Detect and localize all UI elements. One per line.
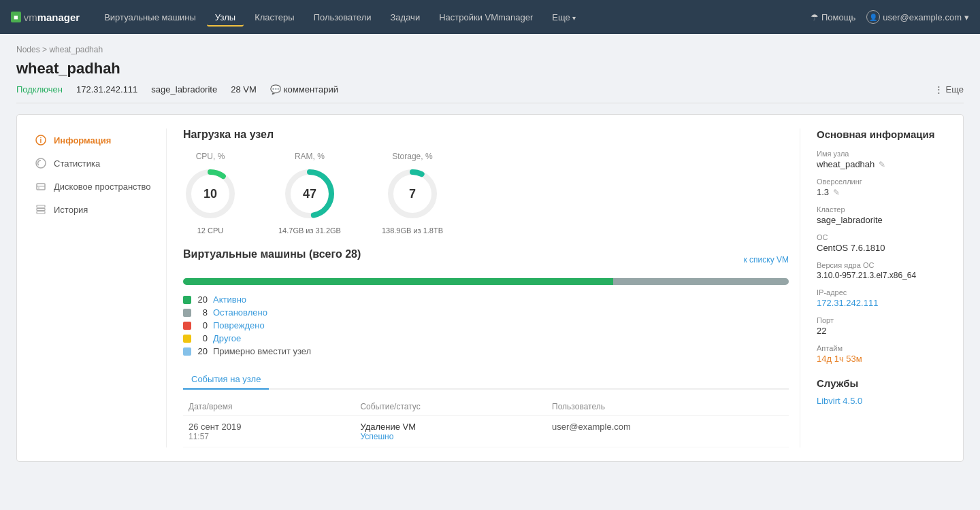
nav-virtual-machines[interactable]: Виртуальные машины	[96, 8, 204, 27]
status-vms: 28 VM	[231, 84, 257, 95]
chevron-down-icon: ▾	[964, 12, 969, 22]
sidebar-item-stats[interactable]: Статистика	[31, 152, 155, 175]
vm-section: Виртуальные машины (всего 28) к списку V…	[183, 248, 789, 356]
info-kernel: Версия ядра ОС 3.10.0-957.21.3.el7.x86_6…	[817, 261, 949, 280]
load-section: Нагрузка на узел CPU, % 10 12 CPU	[183, 129, 789, 235]
uptime-value: 14д 1ч 53м	[817, 354, 862, 364]
ram-donut: 47	[282, 167, 337, 221]
legend-dot-approx	[183, 347, 191, 356]
sidebar-item-history[interactable]: История	[31, 198, 155, 221]
event-user: user@example.com	[552, 422, 783, 432]
ram-gauge: RAM, % 47 14.7GB из 31.2GB	[278, 152, 341, 235]
events-table: Дата/время Событие/статус Пользователь 2…	[183, 398, 789, 447]
legend-count-damaged: 0	[197, 320, 208, 330]
legend-dot-other	[183, 335, 191, 343]
nav-settings[interactable]: Настройки VMmanager	[431, 8, 541, 27]
legend-label-active[interactable]: Активно	[213, 294, 246, 305]
vm-legend: 20 Активно 8 Остановлено 0 Повреждено	[183, 294, 789, 356]
storage-value: 7	[409, 187, 416, 201]
nav-users[interactable]: Пользователи	[306, 8, 380, 27]
info-port: Порт 22	[817, 316, 949, 336]
ram-sublabel: 14.7GB из 31.2GB	[278, 226, 341, 235]
legend-count-approx: 20	[197, 346, 208, 356]
events-tab-node[interactable]: События на узле	[183, 370, 269, 390]
user-link[interactable]: 👤 user@example.com ▾	[866, 10, 969, 24]
edit-node-name-icon[interactable]: ✎	[879, 160, 885, 169]
ram-value: 47	[303, 187, 316, 201]
brand-text: vmmanager	[24, 12, 80, 23]
event-status: Успешно	[360, 432, 541, 441]
vm-bar-active	[183, 278, 613, 285]
svg-rect-8	[37, 211, 45, 214]
help-icon: ☂	[811, 12, 819, 22]
col-datetime: Дата/время	[183, 398, 355, 416]
navbar: ■ vmmanager Виртуальные машины Узлы Клас…	[0, 0, 980, 34]
nav-links: Виртуальные машины Узлы Кластеры Пользов…	[96, 8, 811, 27]
list-item: 0 Повреждено	[183, 320, 789, 330]
user-icon: 👤	[866, 10, 880, 24]
status-comment[interactable]: 💬 комментарий	[270, 84, 338, 95]
status-connected[interactable]: Подключен	[16, 84, 63, 95]
legend-label-stopped[interactable]: Остановлено	[213, 307, 267, 318]
edit-overselling-icon[interactable]: ✎	[833, 188, 840, 197]
vm-icon: ■	[11, 12, 21, 22]
stats-icon	[35, 157, 47, 169]
ram-label: RAM, %	[295, 152, 325, 161]
breadcrumb: Nodes > wheat_padhah	[16, 45, 964, 54]
svg-point-5	[38, 188, 39, 189]
more-dots-icon: ⋮	[934, 84, 943, 95]
storage-sublabel: 138.9GB из 1.8TB	[382, 226, 443, 235]
info-os: ОС CentOS 7.6.1810	[817, 233, 949, 253]
col-event: Событие/статус	[355, 398, 546, 416]
nav-nodes[interactable]: Узлы	[207, 8, 244, 27]
service-libvirt[interactable]: Libvirt 4.5.0	[817, 396, 949, 406]
info-cluster: Кластер sage_labradorite	[817, 205, 949, 225]
events-tabs: События на узле	[183, 370, 789, 390]
brand: ■ vmmanager	[11, 12, 80, 23]
help-link[interactable]: ☂ Помощь	[811, 12, 855, 22]
event-date: 26 сент 2019	[189, 422, 349, 432]
info-icon: i	[35, 134, 47, 146]
svg-text:i: i	[40, 137, 42, 144]
table-row: 26 сент 2019 11:57 Удаление VM Успешно u…	[183, 416, 789, 447]
load-section-title: Нагрузка на узел	[183, 129, 789, 141]
content-area: i Информация Статистика Дисковое простра…	[16, 114, 964, 462]
svg-rect-6	[37, 205, 45, 207]
vm-bar	[183, 278, 789, 285]
navbar-right: ☂ Помощь 👤 user@example.com ▾	[811, 10, 969, 24]
history-icon	[35, 203, 47, 216]
storage-donut: 7	[385, 167, 440, 221]
status-ip: 172.31.242.111	[76, 84, 137, 95]
events-section: События на узле Дата/время Событие/стату…	[183, 370, 789, 447]
event-name: Удаление VM	[360, 422, 541, 432]
info-node-name: Имя узла wheat_padhah ✎	[817, 150, 949, 169]
cpu-donut: 10	[183, 167, 238, 221]
page-title: wheat_padhah	[16, 60, 964, 78]
nav-more[interactable]: Еще	[544, 8, 583, 27]
right-panel: Основная информация Имя узла wheat_padha…	[800, 129, 949, 447]
status-cluster: sage_labradorite	[151, 84, 217, 95]
gauges-row: CPU, % 10 12 CPU RAM, %	[183, 152, 789, 235]
sidebar-item-info[interactable]: i Информация	[31, 129, 155, 152]
legend-count-other: 0	[197, 333, 208, 343]
event-time: 11:57	[189, 432, 349, 441]
legend-dot-damaged	[183, 322, 191, 330]
legend-label-other[interactable]: Другое	[213, 333, 241, 343]
nav-clusters[interactable]: Кластеры	[246, 8, 303, 27]
status-more[interactable]: ⋮ Еще	[934, 84, 964, 95]
vm-bar-stopped	[613, 278, 789, 285]
list-item: 20 Примерно вместит узел	[183, 346, 789, 356]
sidebar-item-disk[interactable]: Дисковое пространство	[31, 175, 155, 198]
storage-label: Storage, %	[392, 152, 432, 161]
legend-label-damaged[interactable]: Повреждено	[213, 320, 265, 330]
vm-section-title: Виртуальные машины (всего 28)	[183, 248, 361, 260]
legend-count-active: 20	[197, 294, 208, 305]
nav-tasks[interactable]: Задачи	[382, 8, 429, 27]
disk-icon	[35, 180, 47, 192]
breadcrumb-parent[interactable]: Nodes	[16, 45, 40, 54]
legend-label-approx: Примерно вместит узел	[213, 346, 311, 356]
vm-list-link[interactable]: к списку VM	[743, 255, 789, 265]
services-title: Службы	[817, 377, 949, 389]
vm-section-header: Виртуальные машины (всего 28) к списку V…	[183, 248, 789, 271]
sidebar: i Информация Статистика Дисковое простра…	[31, 129, 167, 447]
